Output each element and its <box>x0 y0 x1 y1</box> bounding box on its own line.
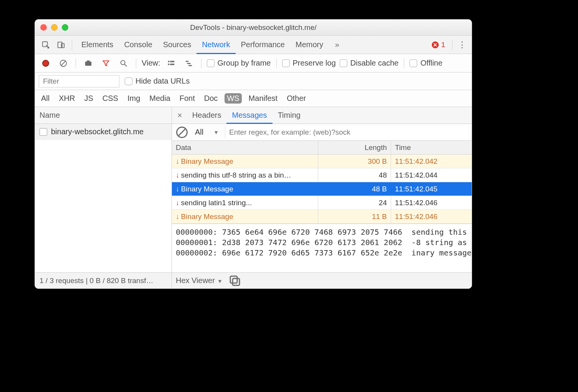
messages-toolbar: All▼ <box>172 124 472 141</box>
status-summary: 1 / 3 requests | 0 B / 820 B transf… <box>35 273 172 288</box>
preserve-log-checkbox[interactable]: Preserve log <box>282 59 336 68</box>
hide-data-urls-checkbox[interactable]: Hide data URLs <box>125 77 190 86</box>
toggle-device-icon[interactable] <box>54 38 68 52</box>
error-count: 1 <box>441 41 445 49</box>
name-column-header[interactable]: Name <box>35 107 172 124</box>
col-data[interactable]: Data <box>172 141 318 154</box>
message-length: 48 B <box>318 182 391 196</box>
settings-menu-button[interactable]: ⋮ <box>456 40 468 50</box>
clear-messages-icon[interactable] <box>175 125 189 139</box>
arrow-down-icon: ↓ <box>176 199 180 207</box>
waterfall-icon[interactable] <box>182 56 196 70</box>
request-detail: × HeadersMessagesTiming All▼ Data Length… <box>172 107 472 272</box>
message-row[interactable]: ↓sending latin1 string...2411:51:42.046 <box>172 196 472 210</box>
main-split: Name binary-websocket.glitch.me × Header… <box>35 107 472 272</box>
type-chip-other[interactable]: Other <box>284 93 308 104</box>
close-window-button[interactable] <box>40 24 47 31</box>
svg-rect-15 <box>188 65 192 66</box>
error-count-badge[interactable]: ✕ 1 <box>429 41 448 49</box>
divider <box>72 40 72 50</box>
disable-cache-checkbox[interactable]: Disable cache <box>340 59 399 68</box>
request-name: binary-websocket.glitch.me <box>51 127 144 136</box>
type-chip-manifest[interactable]: Manifest <box>246 93 280 104</box>
svg-rect-6 <box>87 60 89 62</box>
svg-rect-12 <box>170 63 174 65</box>
type-chip-ws[interactable]: WS <box>225 93 241 104</box>
clear-button[interactable] <box>56 56 70 70</box>
type-chip-doc[interactable]: Doc <box>202 93 220 104</box>
svg-rect-5 <box>85 61 92 66</box>
type-chip-css[interactable]: CSS <box>100 93 121 104</box>
message-data: sending this utf-8 string as a bin… <box>181 171 291 180</box>
panel-tab-performance[interactable]: Performance <box>236 36 291 54</box>
message-row[interactable]: ↓sending this utf-8 string as a bin…4811… <box>172 168 472 182</box>
panel-tab-sources[interactable]: Sources <box>158 36 197 54</box>
detail-tab-headers[interactable]: Headers <box>187 107 227 124</box>
statusbar: 1 / 3 requests | 0 B / 820 B transf… Hex… <box>35 272 472 288</box>
panel-tab-elements[interactable]: Elements <box>76 36 119 54</box>
detail-tab-timing[interactable]: Timing <box>272 107 306 124</box>
svg-rect-9 <box>168 61 169 62</box>
type-chip-all[interactable]: All <box>39 93 52 104</box>
minimize-window-button[interactable] <box>51 24 58 31</box>
copy-icon[interactable] <box>228 274 242 288</box>
capture-screenshots-icon[interactable] <box>81 56 95 70</box>
more-tabs-button[interactable]: » <box>330 38 344 52</box>
close-icon[interactable]: × <box>175 110 185 120</box>
offline-checkbox[interactable]: Offline <box>410 59 442 68</box>
panel-tab-network[interactable]: Network <box>197 36 235 54</box>
chevron-down-icon: ▼ <box>213 129 219 135</box>
table-header: Data Length Time <box>172 141 472 155</box>
message-length: 24 <box>318 196 391 209</box>
message-time: 11:51:42.042 <box>391 155 472 168</box>
message-type-select[interactable]: All▼ <box>192 128 222 137</box>
message-row[interactable]: ↓Binary Message11 B11:51:42.046 <box>172 210 472 224</box>
message-data: Binary Message <box>181 185 233 193</box>
message-time: 11:51:42.046 <box>391 196 472 209</box>
view-label: View: <box>142 59 160 68</box>
message-regex-input[interactable] <box>225 126 469 138</box>
col-length[interactable]: Length <box>318 141 391 154</box>
search-icon[interactable] <box>117 56 130 70</box>
message-length: 300 B <box>318 155 391 168</box>
type-chip-js[interactable]: JS <box>82 93 95 104</box>
resource-type-filter: AllXHRJSCSSImgMediaFontDocWSManifestOthe… <box>35 90 472 107</box>
panel-tabstrip: ElementsConsoleSourcesNetworkPerformance… <box>35 36 472 54</box>
message-row[interactable]: ↓Binary Message48 B11:51:42.045 <box>172 182 472 196</box>
svg-line-17 <box>178 129 185 136</box>
detail-tab-messages[interactable]: Messages <box>226 107 272 124</box>
group-by-frame-checkbox[interactable]: Group by frame <box>207 59 271 68</box>
traffic-lights <box>40 24 68 31</box>
filter-bar: Hide data URLs <box>35 72 472 90</box>
type-chip-font[interactable]: Font <box>177 93 197 104</box>
svg-rect-18 <box>233 278 239 285</box>
network-toolbar: View: Group by frame Preserve log Disabl… <box>35 54 472 72</box>
hex-viewer-select[interactable]: Hex Viewer▼ <box>176 276 223 285</box>
detail-tabs: × HeadersMessagesTiming <box>172 107 472 124</box>
message-data: Binary Message <box>181 157 233 166</box>
record-button[interactable] <box>39 56 53 70</box>
message-time: 11:51:42.045 <box>391 182 472 196</box>
large-rows-icon[interactable] <box>164 56 178 70</box>
panel-tab-memory[interactable]: Memory <box>290 36 329 54</box>
type-chip-img[interactable]: Img <box>125 93 142 104</box>
type-chip-xhr[interactable]: XHR <box>56 93 77 104</box>
svg-point-7 <box>121 60 125 64</box>
col-time[interactable]: Time <box>391 141 472 154</box>
window-title: DevTools - binary-websocket.glitch.me/ <box>35 23 472 32</box>
hex-viewer: 00000000: 7365 6e64 696e 6720 7468 6973 … <box>172 224 472 272</box>
panel-tab-console[interactable]: Console <box>119 36 157 54</box>
filter-icon[interactable] <box>99 56 113 70</box>
message-time: 11:51:42.046 <box>391 210 472 223</box>
arrow-down-icon: ↓ <box>176 185 180 193</box>
type-chip-media[interactable]: Media <box>147 93 172 104</box>
request-row[interactable]: binary-websocket.glitch.me <box>35 124 172 140</box>
zoom-window-button[interactable] <box>62 24 68 31</box>
filter-input[interactable] <box>39 75 119 87</box>
messages-table: Data Length Time ↓Binary Message300 B11:… <box>172 141 472 224</box>
svg-rect-14 <box>187 63 190 64</box>
message-row[interactable]: ↓Binary Message300 B11:51:42.042 <box>172 155 472 168</box>
message-length: 48 <box>318 168 391 182</box>
svg-rect-13 <box>185 61 188 62</box>
inspect-element-icon[interactable] <box>39 38 53 52</box>
